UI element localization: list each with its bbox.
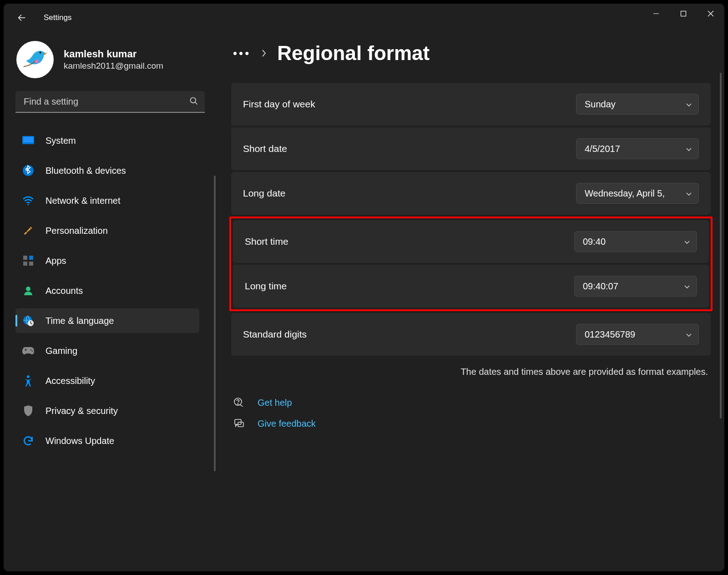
- close-icon: [708, 10, 714, 17]
- sidebar-item-label: Time & language: [46, 316, 114, 326]
- maximize-icon: [680, 10, 687, 17]
- sidebar-item-label: Windows Update: [46, 436, 114, 446]
- profile-text: kamlesh kumar kamlesh2011@gmail.com: [64, 48, 163, 71]
- minimize-icon: [653, 10, 659, 17]
- update-icon: [22, 434, 35, 447]
- sidebar-item-bluetooth[interactable]: Bluetooth & devices: [15, 158, 199, 183]
- setting-label: Standard digits: [243, 329, 307, 340]
- svg-point-22: [27, 375, 30, 378]
- dropdown-short-date[interactable]: 4/5/2017: [576, 138, 699, 159]
- setting-label: Long time: [245, 281, 287, 292]
- feedback-icon: [233, 418, 245, 429]
- avatar: [16, 41, 54, 78]
- gamepad-icon: [22, 344, 35, 357]
- page-title: Regional format: [277, 42, 430, 65]
- svg-rect-14: [29, 256, 33, 260]
- sidebar-item-accounts[interactable]: Accounts: [15, 278, 199, 303]
- bluetooth-icon: [22, 164, 35, 177]
- arrow-left-icon: [17, 13, 27, 23]
- svg-point-17: [26, 287, 30, 291]
- breadcrumb-ellipsis[interactable]: •••: [233, 46, 251, 61]
- dropdown-long-date[interactable]: Wednesday, April 5,: [576, 183, 699, 204]
- dropdown-short-time[interactable]: 09:40: [574, 231, 697, 252]
- sidebar-scrollbar[interactable]: [214, 176, 216, 471]
- svg-line-8: [195, 102, 197, 105]
- sidebar-item-apps[interactable]: Apps: [15, 248, 199, 273]
- profile-block[interactable]: kamlesh kumar kamlesh2011@gmail.com: [15, 36, 206, 91]
- system-icon: [22, 134, 35, 147]
- chevron-down-icon: [686, 329, 692, 340]
- sidebar-item-accessibility[interactable]: Accessibility: [15, 368, 199, 393]
- sidebar-item-gaming[interactable]: Gaming: [15, 338, 199, 363]
- wifi-icon: [22, 194, 35, 207]
- sidebar-item-windows-update[interactable]: Windows Update: [15, 429, 199, 453]
- bird-icon: [21, 45, 49, 74]
- body-area: kamlesh kumar kamlesh2011@gmail.com Syst…: [4, 32, 724, 571]
- sidebar-item-label: Accessibility: [46, 376, 95, 386]
- give-feedback-link[interactable]: Give feedback: [233, 418, 711, 429]
- main-scrollbar[interactable]: [720, 73, 722, 419]
- sidebar-item-label: Accounts: [46, 286, 83, 296]
- main-content: ••• Regional format First day of week Su…: [217, 32, 724, 571]
- dropdown-value: Wednesday, April 5,: [585, 188, 682, 199]
- sidebar-item-personalization[interactable]: Personalization: [15, 218, 199, 243]
- chevron-down-icon: [686, 99, 692, 110]
- setting-label: First day of week: [243, 99, 315, 110]
- window-controls: [642, 4, 724, 24]
- shield-icon: [22, 404, 35, 417]
- get-help-link[interactable]: Get help: [233, 397, 711, 408]
- row-long-time: Long time 09:40:07: [233, 265, 709, 308]
- setting-label: Short date: [243, 143, 287, 154]
- sidebar-item-time-language[interactable]: Time & language: [15, 308, 199, 333]
- search-input[interactable]: [15, 91, 205, 113]
- maximize-button[interactable]: [670, 4, 697, 24]
- sidebar-item-system[interactable]: System: [15, 128, 199, 153]
- svg-point-21: [32, 351, 33, 352]
- minimize-button[interactable]: [642, 4, 670, 24]
- sidebar-item-label: Bluetooth & devices: [46, 166, 126, 176]
- svg-point-20: [30, 349, 32, 351]
- help-icon: [233, 397, 245, 408]
- search-icon: [189, 96, 198, 107]
- settings-list: First day of week Sunday Short date 4/5/…: [231, 83, 711, 356]
- link-label: Get help: [258, 398, 292, 408]
- person-icon: [22, 284, 35, 297]
- dropdown-value: 09:40: [583, 237, 680, 247]
- back-button[interactable]: [12, 8, 32, 28]
- row-standard-digits: Standard digits 0123456789: [231, 313, 711, 356]
- dropdown-long-time[interactable]: 09:40:07: [574, 276, 697, 297]
- svg-point-6: [35, 60, 39, 63]
- svg-rect-15: [23, 262, 27, 266]
- svg-point-11: [23, 165, 34, 176]
- sidebar-item-label: Apps: [46, 256, 66, 266]
- dropdown-digits[interactable]: 0123456789: [576, 324, 699, 345]
- sidebar-item-label: System: [46, 136, 76, 146]
- sidebar-item-label: Personalization: [46, 226, 108, 236]
- sidebar-item-privacy[interactable]: Privacy & security: [15, 398, 199, 423]
- breadcrumb: ••• Regional format: [231, 42, 711, 65]
- setting-label: Short time: [245, 236, 288, 247]
- chevron-down-icon: [686, 144, 692, 154]
- sidebar-item-label: Network & internet: [46, 196, 121, 206]
- chevron-down-icon: [686, 188, 692, 199]
- chevron-down-icon: [684, 281, 690, 292]
- highlight-box: Short time 09:40 Long time 09:40:07: [229, 217, 713, 311]
- app-title: Settings: [44, 13, 71, 22]
- svg-point-24: [238, 404, 238, 404]
- dropdown-value: 0123456789: [585, 329, 682, 340]
- row-short-time: Short time 09:40: [233, 220, 709, 263]
- search-row: [15, 91, 205, 113]
- profile-email: kamlesh2011@gmail.com: [64, 61, 163, 71]
- sidebar-item-network[interactable]: Network & internet: [15, 188, 199, 213]
- chevron-right-icon: [261, 49, 267, 57]
- settings-window: Settings: [4, 4, 724, 571]
- globe-clock-icon: [22, 314, 35, 327]
- svg-rect-13: [23, 256, 27, 260]
- dropdown-first-day[interactable]: Sunday: [576, 94, 699, 115]
- close-button[interactable]: [697, 4, 724, 24]
- row-long-date: Long date Wednesday, April 5,: [231, 172, 711, 215]
- svg-point-7: [191, 98, 196, 103]
- chevron-down-icon: [684, 237, 690, 247]
- svg-point-12: [27, 204, 29, 205]
- row-short-date: Short date 4/5/2017: [231, 127, 711, 170]
